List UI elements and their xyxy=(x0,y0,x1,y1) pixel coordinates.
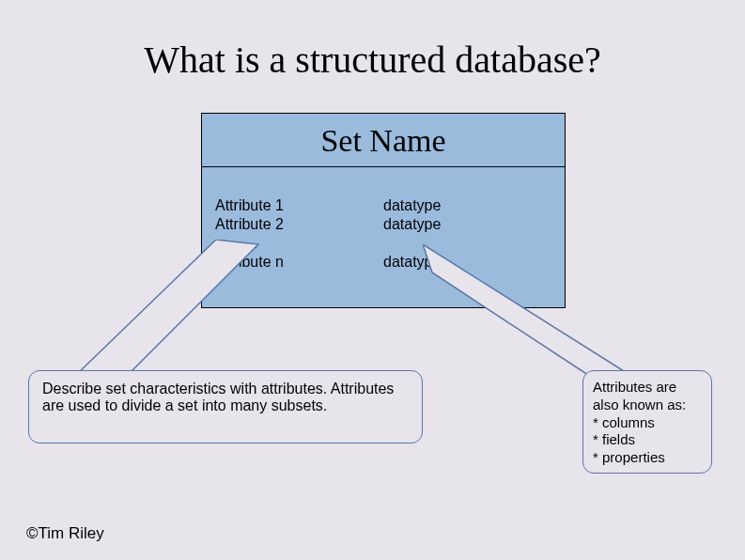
attr-row-2-type: datatype xyxy=(383,216,551,233)
callout-right-intro: Attributes are also known as: xyxy=(593,379,686,412)
attr-ellipsis: … xyxy=(215,235,551,252)
attr-row-n-name: Attribute n xyxy=(215,254,383,271)
footer-copyright: ©Tim Riley xyxy=(26,524,104,543)
set-name-label: Set Name xyxy=(202,114,565,159)
attr-row-1-name: Attribute 1 xyxy=(215,197,383,214)
callout-right-item-1: columns xyxy=(602,414,655,430)
callout-left-text: Describe set characteristics with attrib… xyxy=(42,381,394,413)
attr-row-n-type: datatype xyxy=(383,254,551,271)
callout-left: Describe set characteristics with attrib… xyxy=(28,370,423,443)
set-box: Set Name Attribute 1 datatype Attribute … xyxy=(201,113,566,308)
attribute-grid: Attribute 1 datatype Attribute 2 datatyp… xyxy=(202,167,565,271)
attr-row-2-name: Attribute 2 xyxy=(215,216,383,233)
callout-right: Attributes are also known as: * columns … xyxy=(582,370,712,474)
callout-right-item-2: fields xyxy=(602,431,635,447)
slide-title: What is a structured database? xyxy=(0,38,745,82)
callout-right-item-3: properties xyxy=(602,449,665,465)
attr-row-1-type: datatype xyxy=(383,197,551,214)
